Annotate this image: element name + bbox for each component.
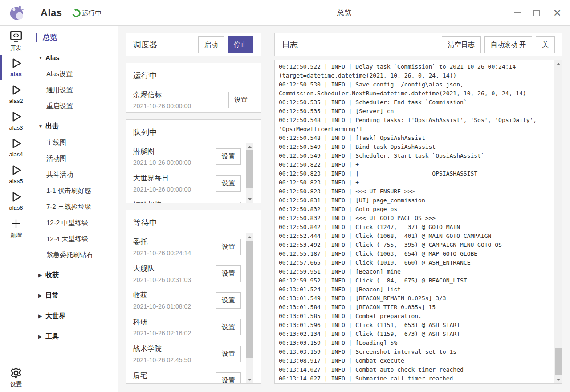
nav-item-重启设置[interactable]: 重启设置	[32, 98, 118, 114]
chevron-right-icon: ▶	[38, 273, 45, 278]
sidebar-item-开发[interactable]: 开发	[0, 29, 32, 53]
nav-item-label: 活动图	[46, 155, 66, 163]
nav-group-label: 日常	[45, 291, 59, 300]
close-button[interactable]: ✕	[553, 8, 562, 17]
scrollbar-thumb[interactable]	[246, 150, 253, 188]
nav-item-label: 7-2 三战捡垃圾	[46, 203, 91, 211]
titlebar: Alas 运行中 总览 ✕	[0, 0, 570, 26]
task-settings-button[interactable]: 设置	[228, 92, 253, 108]
content-area: 调度器 启动 停止 运行中 余烬信标2021-10-26 00:00:00设置 …	[118, 26, 570, 392]
task-name: 短猫相接	[133, 200, 191, 203]
nav-item-总览[interactable]: 总览	[32, 29, 118, 45]
task-settings-button[interactable]: 设置	[216, 346, 241, 362]
nav-item-12-4 大型练级[interactable]: 12-4 大型练级	[32, 231, 118, 247]
task-info: 大世界每日2021-10-26 00:00:00	[133, 174, 191, 193]
nav-group-label: 大世界	[45, 312, 65, 320]
log-output: 00:12:50.522 | INFO | Delay task `Commis…	[274, 60, 562, 384]
pending-card: 队列中 潜艇图2021-10-26 00:00:00设置大世界每日2021-10…	[126, 119, 261, 203]
nav-group-日常[interactable]: ▶日常	[32, 287, 118, 304]
log-off-button[interactable]: 关	[536, 36, 555, 53]
play-icon	[9, 56, 23, 70]
scroll-up-icon[interactable]	[246, 143, 253, 150]
minimize-button[interactable]	[514, 12, 521, 13]
waiting-task-list: 委托2021-10-26 00:24:14设置大舰队2021-10-26 00:…	[133, 233, 253, 383]
maximize-button[interactable]	[533, 10, 540, 16]
task-settings-button[interactable]: 设置	[216, 175, 241, 192]
sidebar-item-alas2[interactable]: alas2	[0, 83, 32, 106]
running-spinner-icon	[72, 8, 81, 18]
nav-item-label: 共斗活动	[46, 171, 73, 179]
scheduler-title: 调度器	[133, 39, 157, 50]
task-row: 后宅2021-10-26 04:19:27设置	[133, 367, 241, 383]
nav-item-12-2 中型练级[interactable]: 12-2 中型练级	[32, 215, 118, 231]
task-name: 委托	[133, 237, 191, 247]
task-settings-button[interactable]: 设置	[216, 239, 241, 255]
log-text: 00:12:50.522 | INFO | Delay task `Commis…	[279, 62, 550, 383]
scrollbar-thumb[interactable]	[246, 241, 253, 358]
task-next-run-time: 2021-10-26 00:31:03	[133, 276, 191, 283]
scroll-down-icon[interactable]	[554, 376, 562, 383]
sidebar-item-新增[interactable]: 新增	[0, 216, 32, 240]
task-next-run-time: 2021-10-26 00:24:14	[133, 249, 191, 257]
autoscroll-toggle-button[interactable]: 自动滚动 开	[484, 36, 532, 53]
nav-group-出击[interactable]: ▼出击	[32, 118, 118, 135]
sidebar-item-label: 开发	[10, 44, 22, 52]
nav-item-紧急委托刷钻石[interactable]: 紧急委托刷钻石	[32, 247, 118, 263]
nav-item-活动图[interactable]: 活动图	[32, 151, 118, 167]
task-settings-button[interactable]: 设置	[216, 148, 241, 165]
nav-item-7-2 三战捡垃圾[interactable]: 7-2 三战捡垃圾	[32, 199, 118, 215]
scroll-down-icon[interactable]	[246, 196, 253, 203]
task-settings-button[interactable]: 设置	[216, 319, 241, 335]
task-row: 科研2021-10-26 02:16:02设置	[133, 314, 241, 340]
nav-item-通用设置[interactable]: 通用设置	[32, 82, 118, 98]
task-name: 大世界每日	[133, 174, 191, 183]
play-icon	[9, 83, 23, 97]
menu-panel: 总览▼AlasAlas设置通用设置重启设置▼出击主线图活动图共斗活动1-1 伏击…	[32, 26, 118, 392]
scrollbar-thumb[interactable]	[555, 348, 562, 375]
sidebar-item-alas6[interactable]: alas6	[0, 190, 32, 213]
task-row: 短猫相接2021-10-26 00:00:00设置	[133, 196, 241, 203]
sidebar-item-settings[interactable]: 设置	[0, 366, 32, 389]
sidebar-item-alas5[interactable]: alas5	[0, 163, 32, 186]
task-name: 科研	[133, 318, 191, 327]
log-scrollbar[interactable]	[554, 60, 562, 383]
nav-group-label: Alas	[45, 54, 60, 61]
nav-item-label: 主线图	[46, 139, 66, 147]
sidebar-item-alas3[interactable]: alas3	[0, 110, 32, 133]
task-settings-button[interactable]: 设置	[216, 372, 241, 383]
task-info: 后宅2021-10-26 04:19:27	[133, 371, 191, 383]
dev-monitor-icon	[9, 29, 23, 44]
waiting-scrollbar[interactable]	[246, 233, 253, 383]
scroll-up-icon[interactable]	[554, 60, 562, 67]
nav-group-大世界[interactable]: ▶大世界	[32, 307, 118, 324]
task-settings-button[interactable]: 设置	[216, 292, 241, 309]
start-button[interactable]: 启动	[198, 36, 224, 53]
task-settings-button[interactable]: 设置	[216, 202, 241, 203]
pending-scrollbar[interactable]	[246, 143, 253, 203]
clear-log-button[interactable]: 清空日志	[442, 36, 481, 53]
task-row: 委托2021-10-26 00:24:14设置	[133, 233, 241, 260]
nav-item-Alas设置[interactable]: Alas设置	[32, 66, 118, 82]
task-settings-button[interactable]: 设置	[216, 265, 241, 282]
window-controls: ✕	[514, 8, 562, 17]
plus-icon	[9, 216, 23, 231]
play-icon	[9, 136, 23, 151]
nav-item-共斗活动[interactable]: 共斗活动	[32, 167, 118, 183]
nav-item-主线图[interactable]: 主线图	[32, 135, 118, 151]
scroll-up-icon[interactable]	[246, 233, 253, 241]
task-row: 潜艇图2021-10-26 00:00:00设置	[133, 143, 241, 170]
nav-item-1-1 伏击刷好感[interactable]: 1-1 伏击刷好感	[32, 183, 118, 199]
sidebar-item-alas[interactable]: alas	[0, 56, 32, 79]
sidebar-item-alas4[interactable]: alas4	[0, 136, 32, 159]
nav-group-工具[interactable]: ▶工具	[32, 328, 118, 345]
scroll-down-icon[interactable]	[246, 376, 253, 383]
nav-group-label: 收获	[45, 271, 59, 279]
nav-item-label: 重启设置	[46, 102, 73, 110]
app-window: Alas 运行中 总览 ✕ 开发alasalas2alas3alas4alas5…	[0, 0, 570, 392]
nav-group-Alas[interactable]: ▼Alas	[32, 49, 118, 66]
stop-button[interactable]: 停止	[228, 36, 253, 53]
sidebar-item-label: 新增	[10, 231, 22, 239]
task-info: 潜艇图2021-10-26 00:00:00	[133, 147, 191, 166]
nav-group-收获[interactable]: ▶收获	[32, 266, 118, 283]
log-title: 日志	[282, 39, 298, 50]
